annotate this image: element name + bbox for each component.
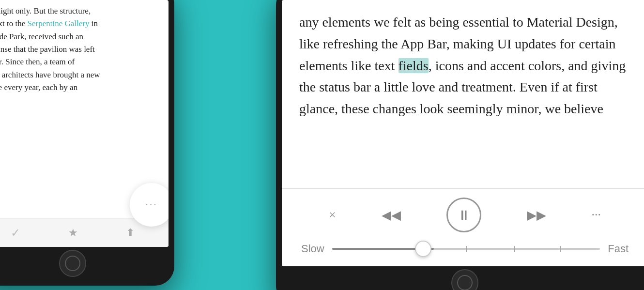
speed-thumb[interactable] bbox=[415, 241, 431, 257]
forward-button[interactable]: ▶▶ bbox=[527, 208, 546, 223]
playback-controls-row: × ◀◀ ⏸ ▶▶ ··· bbox=[296, 198, 633, 232]
more-dots-icon: ··· bbox=[145, 198, 158, 211]
speed-slider[interactable] bbox=[332, 240, 600, 258]
text-line1: one night only. But the structure, bbox=[0, 6, 91, 15]
speed-fast-label: Fast bbox=[608, 243, 629, 255]
phone-right: any elements we felt as being essential … bbox=[276, 0, 644, 290]
home-button-right[interactable] bbox=[451, 269, 478, 290]
speed-control-row: Slow Fast bbox=[296, 240, 633, 261]
highlighted-word: fields bbox=[399, 58, 429, 73]
text-line7: to life every year, each by an bbox=[0, 83, 77, 92]
share-icon[interactable]: ⬆ bbox=[126, 227, 135, 239]
audio-controls: × ◀◀ ⏸ ▶▶ ··· Slow bbox=[282, 189, 644, 266]
speed-slow-label: Slow bbox=[301, 243, 324, 255]
home-button-left[interactable] bbox=[59, 250, 86, 277]
speed-track bbox=[332, 248, 600, 250]
text-line5: mmer. Since then, a team of bbox=[0, 57, 75, 66]
phone-left: one night only. But the structure, at ne… bbox=[0, 0, 174, 286]
star-icon[interactable]: ★ bbox=[68, 227, 78, 239]
reading-content-left: one night only. But the structure, at ne… bbox=[0, 0, 169, 111]
phone-left-screen: one night only. But the structure, at ne… bbox=[0, 0, 169, 247]
reading-content-right: any elements we felt as being essential … bbox=[282, 0, 644, 189]
more-options-button[interactable]: ··· bbox=[591, 208, 601, 222]
close-button[interactable]: × bbox=[329, 208, 336, 222]
text-line6: s and architects have brought a new bbox=[0, 70, 100, 79]
serpentine-gallery-link[interactable]: Serpentine Gallery bbox=[28, 19, 90, 28]
text-line3: 's Hyde Park, received such an bbox=[0, 32, 83, 41]
text-line4: response that the pavilion was left bbox=[0, 45, 95, 54]
speed-tick-2 bbox=[514, 246, 515, 252]
phone-right-screen: any elements we felt as being essential … bbox=[282, 0, 644, 266]
more-options-bubble[interactable]: ··· bbox=[130, 183, 169, 227]
speed-tick-1 bbox=[466, 246, 467, 252]
speed-tick-3 bbox=[560, 246, 561, 252]
pause-button[interactable]: ⏸ bbox=[446, 198, 481, 232]
check-icon[interactable]: ✓ bbox=[11, 226, 20, 240]
rewind-button[interactable]: ◀◀ bbox=[382, 208, 401, 223]
text-line2-pre: at next to the bbox=[0, 19, 28, 28]
text-line2-post: in bbox=[89, 19, 97, 28]
pause-icon: ⏸ bbox=[457, 207, 471, 223]
